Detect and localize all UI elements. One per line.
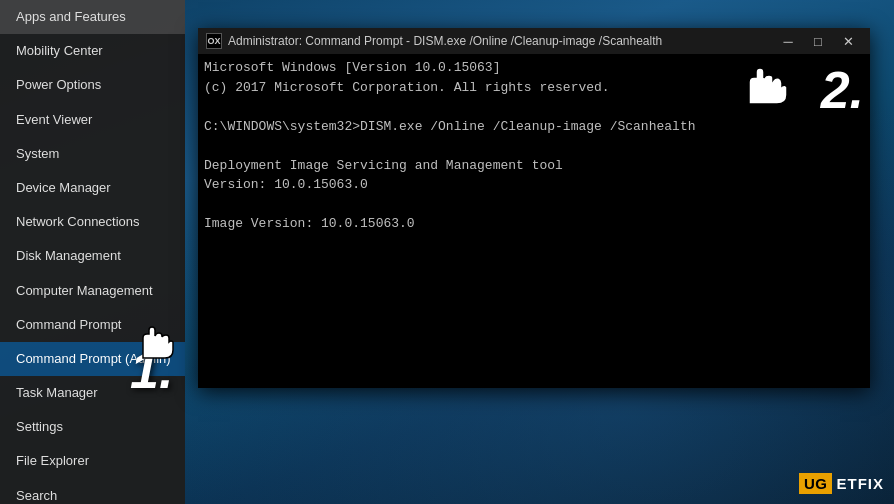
menu-item-disk[interactable]: Disk Management	[0, 239, 185, 273]
menu-item-event-viewer[interactable]: Event Viewer	[0, 103, 185, 137]
cursor-1-icon	[130, 318, 180, 368]
watermark-ug: UG	[799, 473, 833, 494]
menu-item-settings[interactable]: Settings	[0, 410, 185, 444]
cmd-title: Administrator: Command Prompt - DISM.exe…	[228, 34, 774, 48]
menu-item-search[interactable]: Search	[0, 479, 185, 504]
watermark-etfix: ETFIX	[836, 475, 884, 492]
menu-item-network[interactable]: Network Connections	[0, 205, 185, 239]
watermark: UG ETFIX	[799, 473, 884, 494]
step-2-label: 2.	[821, 60, 864, 120]
minimize-button[interactable]: ─	[774, 31, 802, 51]
menu-item-apps[interactable]: Apps and Features	[0, 0, 185, 34]
menu-item-computer-mgmt[interactable]: Computer Management	[0, 274, 185, 308]
menu-item-system[interactable]: System	[0, 137, 185, 171]
menu-item-device-manager[interactable]: Device Manager	[0, 171, 185, 205]
context-menu: Apps and Features Mobility Center Power …	[0, 0, 185, 504]
cmd-titlebar: OX Administrator: Command Prompt - DISM.…	[198, 28, 870, 54]
menu-item-power[interactable]: Power Options	[0, 68, 185, 102]
cursor-2-icon	[739, 60, 794, 115]
cmd-icon: OX	[206, 33, 222, 49]
close-button[interactable]: ✕	[834, 31, 862, 51]
menu-item-mobility[interactable]: Mobility Center	[0, 34, 185, 68]
menu-item-file-explorer[interactable]: File Explorer	[0, 444, 185, 478]
maximize-button[interactable]: □	[804, 31, 832, 51]
window-controls: ─ □ ✕	[774, 31, 862, 51]
